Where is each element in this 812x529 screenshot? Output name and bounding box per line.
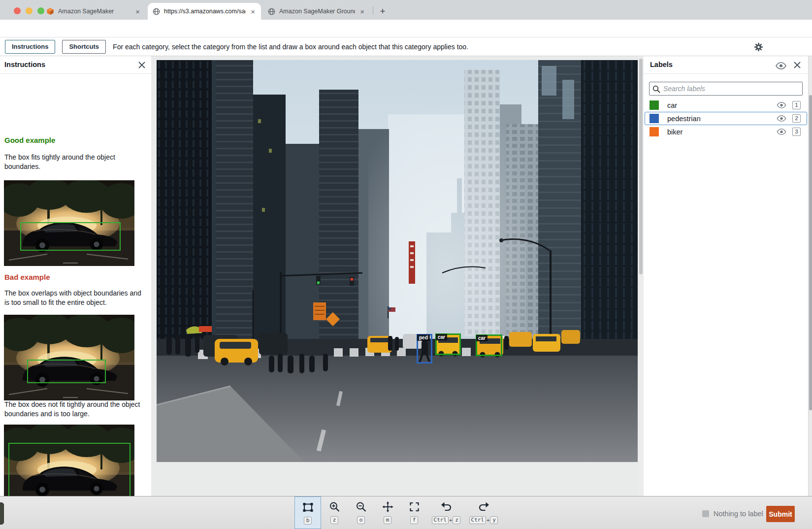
tab-labeling-preview[interactable]: https://s3.amazonaws.com/sag ×	[148, 3, 261, 20]
label-name: car	[667, 101, 777, 109]
shortcut-chip: y	[490, 516, 498, 524]
globe-icon	[153, 8, 160, 15]
shortcut-joiner: +	[449, 517, 452, 523]
annotation-box-car-2[interactable]: car	[476, 334, 502, 356]
instructions-button[interactable]: Instructions	[5, 40, 55, 54]
close-icon[interactable]	[792, 60, 802, 70]
redo-icon	[478, 501, 490, 513]
good-example-heading: Good example	[4, 136, 55, 144]
label-color-swatch	[650, 114, 659, 123]
bad-example-large-text: The box does not fit tightly around the …	[4, 400, 143, 419]
shortcut-chip: f	[410, 516, 418, 524]
move-icon	[382, 501, 394, 513]
browser-tab-bar: Amazon SageMaker × https://s3.amazonaws.…	[0, 0, 812, 20]
bad-example-heading: Bad example	[4, 273, 50, 281]
minimize-window-button[interactable]	[26, 7, 32, 14]
shortcut-chip: m	[384, 516, 391, 524]
globe-icon	[268, 8, 275, 15]
tab-close-icon[interactable]: ×	[250, 8, 256, 15]
tab-close-icon[interactable]: ×	[134, 8, 141, 15]
search-labels-box[interactable]	[649, 82, 803, 96]
panel-handle[interactable]	[0, 502, 4, 525]
label-name: biker	[667, 128, 777, 136]
shortcut-joiner: +	[487, 517, 489, 523]
label-row-pedestrian[interactable]: pedestrian 2	[645, 112, 807, 125]
annotation-box-pedestrian[interactable]: ped	[417, 334, 432, 364]
canvas-scrollbar[interactable]	[638, 56, 643, 496]
close-window-button[interactable]	[14, 7, 21, 14]
bad-example-small-image	[4, 315, 134, 400]
tool-undo[interactable]: Ctrl + z	[427, 496, 465, 529]
shortcut-chip: b	[304, 517, 312, 525]
sagemaker-icon	[46, 7, 54, 15]
labeling-canvas[interactable]: ped car car	[157, 60, 638, 462]
label-row-car[interactable]: car 1	[645, 99, 807, 112]
tab-title: Amazon SageMaker Ground Tr	[279, 8, 355, 15]
task-toolbar: Instructions Shortcuts For each category…	[0, 37, 812, 56]
browser-address-bar: s3.amazonaws.com/sagemaker-ground-truth-…	[0, 20, 812, 37]
search-labels-input[interactable]	[663, 83, 800, 95]
shortcuts-button[interactable]: Shortcuts	[62, 40, 106, 54]
shortcut-chip: Ctrl	[469, 516, 487, 524]
toggle-all-visibility-eye-icon[interactable]	[776, 62, 786, 69]
zoom-out-icon	[355, 501, 367, 513]
tab-title: https://s3.amazonaws.com/sag	[164, 8, 246, 15]
tab-separator	[373, 6, 373, 15]
label-color-swatch	[650, 100, 659, 110]
zoom-in-icon	[328, 501, 341, 513]
label-name: pedestrian	[667, 115, 777, 123]
tool-fit-image[interactable]: f	[401, 496, 427, 529]
settings-gear-icon[interactable]	[754, 42, 763, 52]
tool-bounding-box[interactable]: b	[294, 496, 321, 529]
tab-amazon-sagemaker[interactable]: Amazon SageMaker ×	[41, 3, 146, 20]
nothing-to-label-control[interactable]: Nothing to label	[702, 510, 763, 518]
label-hotkey: 3	[792, 128, 801, 136]
label-color-swatch	[650, 127, 659, 136]
labels-panel-title: Labels	[650, 61, 673, 68]
application-window: Amazon SageMaker × https://s3.amazonaws.…	[0, 0, 812, 529]
tab-title: Amazon SageMaker	[58, 8, 130, 15]
good-example-image	[4, 180, 134, 266]
nothing-to-label-text: Nothing to label	[714, 510, 763, 518]
tab-sagemaker-ground-truth[interactable]: Amazon SageMaker Ground Tr ×	[263, 3, 370, 20]
instructions-panel-title: Instructions	[4, 61, 45, 68]
submit-button[interactable]: Submit	[766, 506, 795, 522]
label-visibility-eye-icon[interactable]	[777, 115, 786, 122]
new-tab-button[interactable]: +	[376, 5, 389, 18]
label-visibility-eye-icon[interactable]	[777, 129, 786, 135]
tool-zoom-out[interactable]: o	[348, 496, 374, 529]
tool-move[interactable]: m	[374, 496, 401, 529]
tab-close-icon[interactable]: ×	[359, 8, 365, 15]
annotation-label: ped	[417, 334, 430, 341]
window-controls	[14, 7, 44, 14]
shortcut-chip: z	[330, 516, 338, 524]
task-prompt-text: For each category, select the category f…	[113, 43, 468, 51]
city-street-photo	[157, 60, 638, 462]
label-row-biker[interactable]: biker 3	[645, 125, 807, 138]
bottom-toolbar: b z o	[0, 496, 812, 529]
shortcut-chip: o	[357, 516, 365, 524]
annotation-box-car-1[interactable]: car	[435, 333, 461, 355]
shortcut-chip: z	[453, 516, 460, 524]
instructions-panel: Instructions Good example The box fits t…	[0, 56, 151, 496]
close-icon[interactable]	[137, 60, 147, 70]
shortcut-chip: Ctrl	[432, 516, 449, 524]
tool-redo[interactable]: Ctrl + y	[465, 496, 502, 529]
bounding-box-icon	[302, 501, 314, 513]
good-example-text: The box fits tightly around the object b…	[4, 153, 143, 171]
labels-panel: Labels car 1	[644, 56, 808, 496]
annotation-label: car	[436, 334, 447, 340]
nothing-to-label-checkbox[interactable]	[702, 510, 709, 517]
page-scrollbar[interactable]	[808, 56, 812, 496]
annotation-label: car	[476, 335, 487, 341]
label-hotkey: 2	[792, 114, 801, 123]
fit-image-icon	[408, 501, 421, 513]
undo-icon	[440, 501, 453, 513]
label-visibility-eye-icon[interactable]	[777, 102, 786, 108]
tool-zoom-in[interactable]: z	[321, 496, 348, 529]
label-hotkey: 1	[792, 101, 801, 109]
search-icon	[652, 85, 660, 93]
bad-example-small-text: The box overlaps with object boundaries …	[4, 289, 143, 307]
